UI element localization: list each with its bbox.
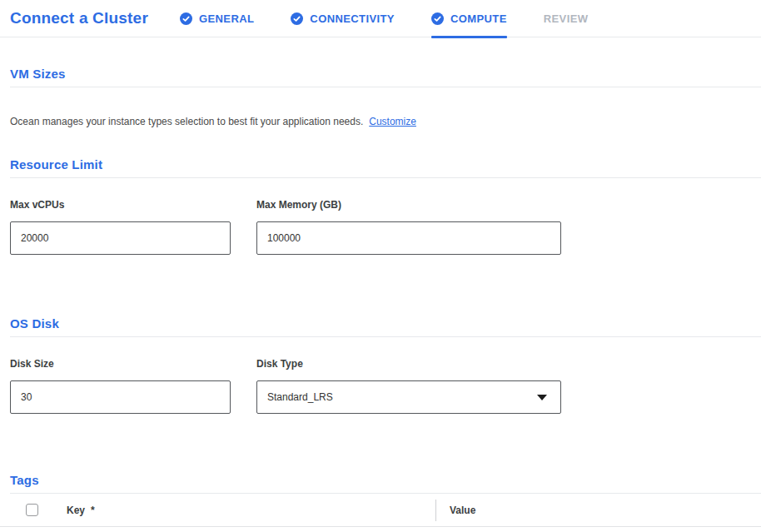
check-circle-icon <box>431 12 444 25</box>
vm-sizes-description-text: Ocean manages your instance types select… <box>10 116 363 127</box>
disk-type-selected-value: Standard_LRS <box>267 391 333 403</box>
resource-limit-heading: Resource Limit <box>10 157 761 172</box>
customize-link[interactable]: Customize <box>369 116 416 127</box>
tab-general[interactable]: GENERAL <box>180 0 254 37</box>
column-divider <box>435 500 436 521</box>
key-column-label: Key <box>67 505 85 516</box>
page-title: Connect a Cluster <box>10 9 148 27</box>
tab-label: GENERAL <box>199 12 254 25</box>
vm-sizes-description: Ocean manages your instance types select… <box>10 116 761 128</box>
vm-sizes-section-header: VM Sizes <box>10 66 761 87</box>
tags-heading: Tags <box>10 472 761 488</box>
max-memory-input[interactable] <box>256 221 561 255</box>
tab-label: CONNECTIVITY <box>310 12 395 25</box>
tab-review[interactable]: REVIEW <box>544 0 589 37</box>
check-circle-icon <box>291 12 303 25</box>
os-disk-heading: OS Disk <box>10 316 761 331</box>
wizard-tabs: GENERAL CONNECTIVITY COMPUTE REVIEW <box>180 0 624 37</box>
tab-label: COMPUTE <box>450 12 507 25</box>
required-asterisk: * <box>91 505 95 516</box>
os-disk-section-header: OS Disk <box>10 316 761 337</box>
resource-limit-section-header: Resource Limit <box>10 157 761 178</box>
tab-compute[interactable]: COMPUTE <box>431 0 507 37</box>
disk-size-input[interactable] <box>10 380 231 414</box>
disk-type-label: Disk Type <box>256 358 303 370</box>
tags-value-column-header: Value <box>450 505 475 516</box>
tab-connectivity[interactable]: CONNECTIVITY <box>291 0 395 37</box>
select-all-checkbox[interactable] <box>26 504 38 516</box>
max-vcpus-label: Max vCPUs <box>10 199 64 211</box>
vm-sizes-heading: VM Sizes <box>10 66 761 82</box>
wizard-header: Connect a Cluster GENERAL CONNECTIVITY C… <box>0 0 761 37</box>
chevron-down-icon <box>537 395 547 400</box>
max-memory-label: Max Memory (GB) <box>256 199 341 211</box>
tags-table-header-row: Key * Value <box>0 494 761 527</box>
disk-type-select[interactable]: Standard_LRS <box>256 380 561 414</box>
max-vcpus-input[interactable] <box>10 221 231 255</box>
tags-key-column-header: Key * <box>67 505 435 516</box>
check-circle-icon <box>180 12 192 25</box>
tab-label: REVIEW <box>544 12 589 25</box>
tags-section-header: Tags <box>10 472 761 494</box>
disk-size-label: Disk Size <box>10 358 54 370</box>
